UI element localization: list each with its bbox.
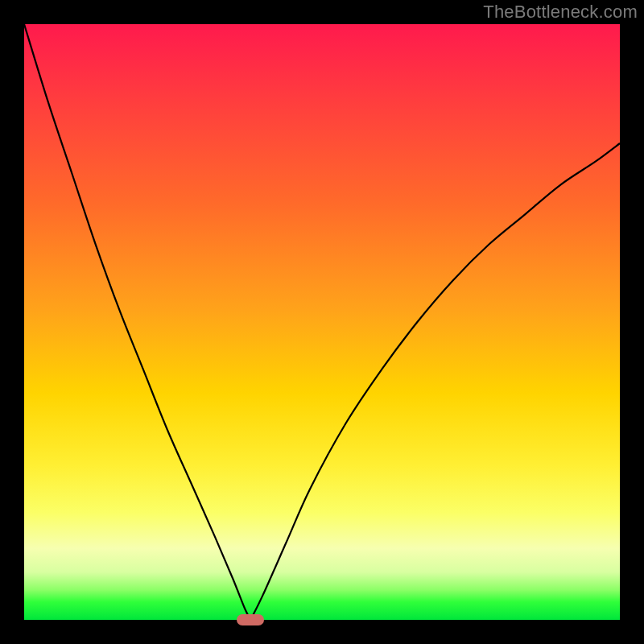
plot-area: [24, 24, 620, 620]
watermark-text: TheBottleneck.com: [483, 2, 638, 23]
right-branch-path: [250, 143, 620, 620]
minimum-marker: [237, 614, 264, 625]
curve-svg: [24, 24, 620, 620]
chart-frame: TheBottleneck.com: [0, 0, 644, 644]
left-branch-path: [24, 24, 250, 620]
